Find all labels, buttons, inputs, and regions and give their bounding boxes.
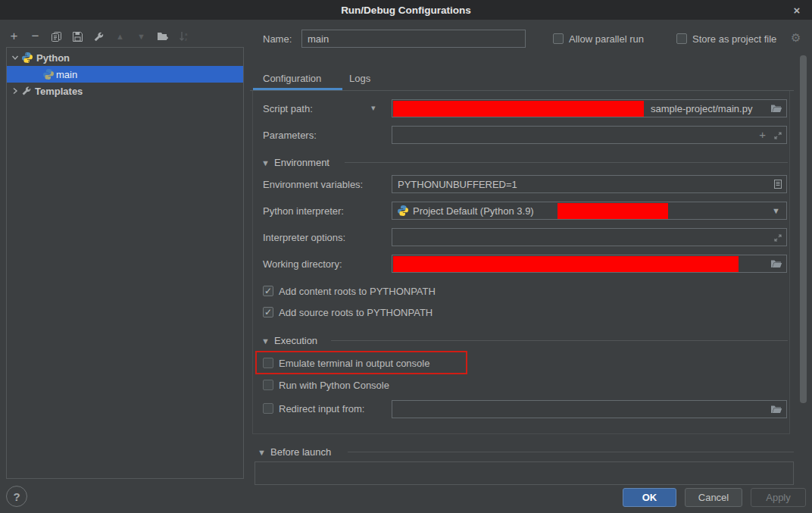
store-as-project-file-checkbox[interactable] (676, 33, 687, 44)
before-launch-task-list[interactable] (255, 461, 794, 485)
interpreter-options-input[interactable] (392, 228, 787, 246)
help-icon: ? (13, 490, 20, 503)
section-divider (345, 162, 788, 163)
add-source-roots-label: Add source roots to PYTHONPATH (279, 307, 433, 318)
edit-variables-icon[interactable] (773, 179, 782, 192)
dialog-titlebar: Run/Debug Configurations × (0, 0, 812, 20)
emulate-terminal-checkbox[interactable] (263, 358, 273, 368)
tab-separator (250, 90, 794, 91)
expand-field-icon[interactable] (773, 233, 782, 245)
move-up-icon: ▲ (114, 30, 126, 43)
redirect-input-checkbox[interactable] (263, 403, 273, 414)
redirect-input-file-input[interactable] (392, 400, 787, 418)
environment-variables-value: PYTHONUNBUFFERED=1 (392, 179, 517, 190)
add-source-roots-checkbox[interactable]: ✓ (263, 307, 273, 317)
parameters-label: Parameters: (263, 130, 317, 141)
folder-icon[interactable] (770, 258, 782, 271)
python-interpreter-value: Project Default (Python 3.9) (409, 205, 534, 217)
redacted-region (393, 101, 644, 117)
before-launch-section-title: Before launch (270, 446, 331, 458)
add-content-roots-checkbox[interactable]: ✓ (263, 286, 273, 296)
new-folder-icon[interactable] (156, 30, 169, 43)
tab-logs[interactable]: Logs (349, 73, 370, 84)
svg-text:z: z (185, 37, 187, 42)
allow-parallel-run-label: Allow parallel run (569, 33, 644, 45)
environment-variables-input[interactable]: PYTHONUNBUFFERED=1 (392, 175, 787, 193)
script-path-input[interactable]: sample-project/main.py (392, 99, 787, 117)
python-icon (21, 52, 33, 64)
collapse-execution-icon[interactable]: ▼ (261, 336, 270, 346)
copy-icon[interactable] (50, 30, 63, 43)
save-icon[interactable] (71, 30, 84, 43)
python-icon (397, 205, 409, 217)
expand-field-icon[interactable] (773, 131, 782, 142)
tree-item-label: main (56, 69, 77, 80)
name-value: main (302, 33, 329, 45)
apply-button: Apply (751, 488, 806, 507)
script-path-value: sample-project/main.py (645, 103, 752, 114)
wrench-icon (21, 86, 32, 96)
section-divider (348, 452, 794, 452)
gear-icon[interactable]: ⚙ (791, 31, 801, 45)
collapse-before-launch-icon[interactable]: ▼ (258, 448, 266, 457)
emulate-terminal-label: Emulate terminal in output console (279, 358, 429, 369)
cancel-button[interactable]: Cancel (685, 488, 742, 507)
panel-border (252, 433, 790, 434)
redacted-region (393, 256, 739, 272)
script-path-label: Script path: (263, 103, 313, 114)
dialog-title: Run/Debug Configurations (341, 5, 471, 16)
redirect-input-label: Redirect input from: (279, 403, 364, 414)
configurations-tree: Python main Templates (6, 47, 244, 479)
add-macro-icon[interactable]: + (759, 128, 766, 141)
help-button[interactable]: ? (6, 486, 27, 507)
python-interpreter-select[interactable]: Project Default (Python 3.9) ▼ (392, 202, 787, 220)
add-icon[interactable]: + (8, 30, 20, 43)
folder-icon[interactable] (770, 404, 782, 417)
name-label: Name: (263, 33, 292, 45)
environment-variables-label: Environment variables: (263, 179, 363, 190)
add-content-roots-label: Add content roots to PYTHONPATH (279, 286, 436, 297)
run-with-python-console-label: Run with Python Console (279, 380, 389, 391)
active-tab-indicator (253, 88, 342, 90)
remove-icon[interactable]: − (29, 30, 42, 43)
chevron-right-icon[interactable] (11, 87, 19, 95)
panel-border (789, 91, 790, 433)
dropdown-arrow-icon[interactable]: ▼ (772, 206, 780, 215)
tab-configuration[interactable]: Configuration (263, 73, 321, 84)
svg-text:a: a (185, 32, 188, 36)
tree-item-main[interactable]: main (7, 66, 243, 83)
section-divider (331, 340, 788, 341)
working-directory-input[interactable] (392, 255, 787, 273)
ok-button[interactable]: OK (623, 488, 676, 507)
run-with-python-console-checkbox[interactable] (263, 380, 273, 390)
redacted-region (557, 203, 668, 219)
sort-alphabetically-icon: az (177, 30, 190, 43)
panel-border (252, 91, 253, 433)
python-interpreter-label: Python interpreter: (263, 205, 344, 217)
execution-section-title: Execution (274, 335, 317, 346)
scrollbar-thumb[interactable] (800, 55, 807, 403)
python-icon (42, 68, 55, 80)
collapse-environment-icon[interactable]: ▼ (261, 158, 270, 167)
environment-section-title: Environment (274, 157, 329, 168)
close-icon[interactable]: × (788, 0, 806, 20)
tree-item-templates[interactable]: Templates (7, 83, 243, 99)
working-directory-label: Working directory: (263, 258, 342, 270)
configurations-toolbar: + − ▲ ▼ az (8, 27, 190, 45)
edit-templates-icon[interactable] (92, 30, 105, 43)
folder-icon[interactable] (770, 103, 782, 116)
tree-item-label: Python (36, 52, 70, 64)
allow-parallel-run-checkbox[interactable] (553, 33, 564, 44)
name-input[interactable]: main (301, 30, 526, 48)
parameters-input[interactable]: + (392, 126, 787, 144)
chevron-down-icon[interactable] (11, 54, 19, 61)
interpreter-options-label: Interpreter options: (263, 232, 345, 243)
tree-item-python[interactable]: Python (7, 49, 243, 66)
store-as-project-file-label: Store as project file (692, 33, 776, 45)
tree-item-label: Templates (35, 86, 83, 97)
script-path-chooser-arrow-icon[interactable]: ▾ (371, 103, 376, 113)
move-down-icon: ▼ (135, 30, 148, 43)
